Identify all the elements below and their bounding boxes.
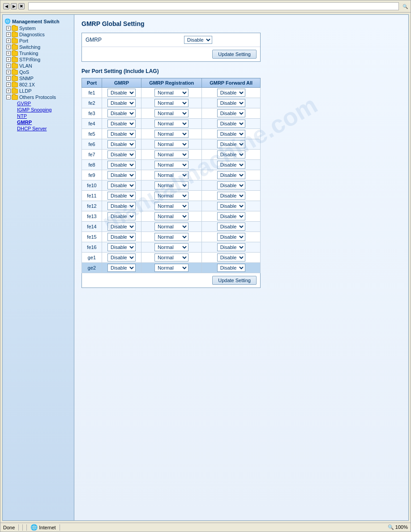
- sidebar-item-diagnostics[interactable]: + Diagnostics: [3, 31, 74, 38]
- fwd-select-ge2[interactable]: DisableEnable: [217, 264, 245, 272]
- expand-icon-snmp[interactable]: +: [6, 76, 11, 81]
- reg-select-fe11[interactable]: NormalFixedForbidden: [154, 192, 188, 200]
- fwd-select-fe11[interactable]: DisableEnable: [217, 192, 245, 200]
- sidebar-item-vlan[interactable]: + VLAN: [3, 63, 74, 69]
- expand-icon-switching[interactable]: +: [6, 45, 11, 49]
- fwd-select-fe6[interactable]: DisableEnable: [217, 140, 245, 148]
- sidebar-item-qos[interactable]: + QoS: [3, 69, 74, 75]
- gmrp-select-fe4[interactable]: DisableEnable: [107, 120, 136, 128]
- fwd-select-fe9[interactable]: DisableEnable: [217, 171, 245, 179]
- gmrp-select-fe6[interactable]: DisableEnable: [107, 140, 136, 148]
- sidebar-item-snmp[interactable]: + SNMP: [3, 75, 74, 82]
- port-cell-ge2: ge2: [82, 263, 102, 273]
- reg-select-fe12[interactable]: NormalFixedForbidden: [154, 202, 188, 210]
- reg-select-fe5[interactable]: NormalFixedForbidden: [154, 130, 188, 138]
- expand-icon-trunking[interactable]: +: [6, 51, 11, 56]
- sidebar-link-gmrp[interactable]: GMRP: [3, 119, 74, 125]
- reg-select-fe6[interactable]: NormalFixedForbidden: [154, 140, 188, 148]
- folder-icon-qos: [12, 70, 18, 75]
- expand-icon-system[interactable]: +: [6, 26, 11, 30]
- reg-select-fe2[interactable]: NormalFixedForbidden: [154, 99, 188, 107]
- gmrp-select-fe9[interactable]: DisableEnable: [107, 171, 136, 179]
- port-cell-fe2: fe2: [82, 98, 102, 108]
- gmrp-select-fe3[interactable]: DisableEnable: [107, 109, 136, 117]
- reg-select-fe13[interactable]: NormalFixedForbidden: [154, 212, 188, 220]
- gmrp-select-fe1[interactable]: DisableEnable: [107, 89, 136, 97]
- reg-select-fe10[interactable]: NormalFixedForbidden: [154, 181, 188, 189]
- reg-select-fe7[interactable]: NormalFixedForbidden: [154, 150, 188, 159]
- sidebar-item-lldp[interactable]: + LLDP: [3, 88, 74, 94]
- reg-cell-fe14: NormalFixedForbidden: [141, 222, 201, 232]
- port-table: Port GMRP GMRP Registration GMRP Forward…: [81, 78, 261, 273]
- expand-icon-others[interactable]: −: [6, 95, 11, 99]
- fwd-select-fe4[interactable]: DisableEnable: [217, 120, 245, 128]
- sidebar-link-dhcp[interactable]: DHCP Server: [3, 125, 74, 132]
- fwd-select-fe2[interactable]: DisableEnable: [217, 99, 245, 107]
- expand-icon-diagnostics[interactable]: +: [6, 32, 11, 37]
- port-cell-ge1: ge1: [82, 253, 102, 263]
- gmrp-select-ge1[interactable]: DisableEnable: [107, 253, 136, 262]
- reg-select-fe15[interactable]: NormalFixedForbidden: [154, 233, 188, 241]
- reg-select-fe4[interactable]: NormalFixedForbidden: [154, 120, 188, 128]
- expand-icon-lldp[interactable]: +: [6, 89, 11, 93]
- fwd-cell-fe2: DisableEnable: [202, 98, 261, 108]
- gmrp-select-fe8[interactable]: DisableEnable: [107, 161, 136, 169]
- expand-icon-8021x[interactable]: +: [6, 82, 11, 87]
- sidebar-link-igmp[interactable]: IGMP Snooping: [3, 107, 74, 113]
- fwd-select-fe7[interactable]: DisableEnable: [217, 150, 245, 159]
- sidebar-item-8021x[interactable]: + 802.1X: [3, 82, 74, 88]
- gmrp-select-fe12[interactable]: DisableEnable: [107, 202, 136, 210]
- gmrp-select-fe11[interactable]: DisableEnable: [107, 192, 136, 200]
- expand-icon-vlan[interactable]: +: [6, 64, 11, 68]
- reg-select-fe16[interactable]: NormalFixedForbidden: [154, 243, 188, 251]
- sidebar-item-switching[interactable]: + Switching: [3, 44, 74, 50]
- folder-icon-stpring: [12, 57, 18, 62]
- sidebar-item-trunking[interactable]: + Trunking: [3, 50, 74, 56]
- gmrp-select-fe2[interactable]: DisableEnable: [107, 99, 136, 107]
- reg-select-fe9[interactable]: NormalFixedForbidden: [154, 171, 188, 179]
- fwd-select-fe14[interactable]: DisableEnable: [217, 223, 245, 231]
- fwd-select-fe12[interactable]: DisableEnable: [217, 202, 245, 210]
- expand-icon-port[interactable]: +: [6, 39, 11, 43]
- reg-select-fe1[interactable]: NormalFixedForbidden: [154, 89, 188, 97]
- sidebar-item-system[interactable]: + System: [3, 25, 74, 31]
- gmrp-select-fe7[interactable]: DisableEnable: [107, 150, 136, 159]
- sidebar-item-stpring[interactable]: + STP/Ring: [3, 56, 74, 63]
- gmrp-select-fe5[interactable]: DisableEnable: [107, 130, 136, 138]
- fwd-select-fe1[interactable]: DisableEnable: [217, 89, 245, 97]
- fwd-select-fe15[interactable]: DisableEnable: [217, 233, 245, 241]
- reg-cell-fe9: NormalFixedForbidden: [141, 170, 201, 180]
- global-update-button[interactable]: Update Setting: [212, 50, 257, 59]
- fwd-select-fe5[interactable]: DisableEnable: [217, 130, 245, 138]
- gmrp-select-ge2[interactable]: DisableEnable: [107, 264, 136, 272]
- sidebar-item-others[interactable]: − Others Protocols: [3, 94, 74, 100]
- gmrp-select-fe13[interactable]: DisableEnable: [107, 212, 136, 220]
- fwd-select-fe13[interactable]: DisableEnable: [217, 212, 245, 220]
- status-divider-3: [26, 524, 27, 531]
- expand-icon-qos[interactable]: +: [6, 70, 11, 74]
- gmrp-select-fe15[interactable]: DisableEnable: [107, 233, 136, 241]
- gmrp-label: GMRP: [86, 37, 184, 43]
- fwd-select-ge1[interactable]: DisableEnable: [217, 253, 245, 262]
- reg-select-ge1[interactable]: NormalFixedForbidden: [154, 253, 188, 262]
- sidebar-link-gvrp[interactable]: GVRP: [3, 100, 74, 107]
- fwd-select-fe3[interactable]: DisableEnable: [217, 109, 245, 117]
- fwd-select-fe8[interactable]: DisableEnable: [217, 161, 245, 169]
- gmrp-select-fe14[interactable]: DisableEnable: [107, 223, 136, 231]
- sidebar-item-port[interactable]: + Port: [3, 38, 74, 44]
- gmrp-select-fe16[interactable]: DisableEnable: [107, 243, 136, 251]
- port-cell-fe14: fe14: [82, 222, 102, 232]
- reg-select-fe8[interactable]: NormalFixedForbidden: [154, 161, 188, 169]
- gmrp-select-fe10[interactable]: DisableEnable: [107, 181, 136, 189]
- fwd-select-fe10[interactable]: DisableEnable: [217, 181, 245, 189]
- gmrp-cell-fe13: DisableEnable: [102, 211, 141, 222]
- reg-select-ge2[interactable]: NormalFixedForbidden: [154, 264, 188, 272]
- global-update-row: Update Setting: [82, 47, 260, 61]
- reg-select-fe3[interactable]: NormalFixedForbidden: [154, 109, 188, 117]
- gmrp-select[interactable]: Disable Enable: [184, 36, 212, 44]
- bottom-update-button[interactable]: Update Setting: [212, 276, 257, 285]
- sidebar-link-ntp[interactable]: NTP: [3, 113, 74, 119]
- expand-icon-stpring[interactable]: +: [6, 57, 11, 62]
- fwd-select-fe16[interactable]: DisableEnable: [217, 243, 245, 251]
- reg-select-fe14[interactable]: NormalFixedForbidden: [154, 223, 188, 231]
